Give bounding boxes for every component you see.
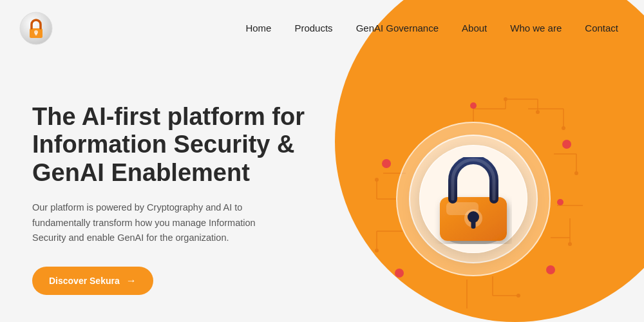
nav-item-home[interactable]: Home <box>245 23 271 34</box>
svg-point-28 <box>568 242 572 246</box>
cta-button[interactable]: Discover Sekura → <box>32 267 153 295</box>
svg-rect-3 <box>35 33 37 35</box>
nav-links: Home Products GenAI Governance About Who… <box>245 23 618 34</box>
svg-point-27 <box>574 171 578 175</box>
lock-svg <box>435 157 512 241</box>
svg-point-35 <box>382 159 391 168</box>
nav-link-products[interactable]: Products <box>294 23 332 33</box>
lock-illustration <box>364 90 583 308</box>
nav-link-contact[interactable]: Contact <box>585 23 618 33</box>
svg-point-31 <box>516 294 520 298</box>
nav-link-home[interactable]: Home <box>245 23 271 33</box>
svg-point-29 <box>375 178 379 182</box>
nav-item-whoweare[interactable]: Who we are <box>510 23 562 34</box>
nav-link-whoweare[interactable]: Who we are <box>510 23 562 33</box>
nav-item-contact[interactable]: Contact <box>585 23 618 34</box>
hero-visual <box>328 76 618 322</box>
svg-point-30 <box>375 249 379 252</box>
cta-label: Discover Sekura <box>49 276 120 286</box>
hero-headline: The AI-first platform for Information Se… <box>32 103 328 187</box>
svg-point-33 <box>546 265 555 274</box>
nav-item-products[interactable]: Products <box>294 23 332 34</box>
nav-item-genai[interactable]: GenAI Governance <box>356 23 439 34</box>
svg-point-26 <box>562 126 565 130</box>
svg-point-37 <box>470 102 477 109</box>
svg-point-36 <box>557 199 564 205</box>
svg-point-32 <box>562 140 571 149</box>
hero-text: The AI-first platform for Information Se… <box>32 103 328 296</box>
nav-link-genai[interactable]: GenAI Governance <box>356 23 439 33</box>
hero-subtext: Our platform is powered by Cryptography … <box>32 200 264 247</box>
cta-arrow-icon: → <box>126 275 137 287</box>
svg-point-34 <box>395 269 404 278</box>
hero-section: The AI-first platform for Information Se… <box>0 57 644 322</box>
svg-rect-43 <box>471 221 476 229</box>
logo[interactable] <box>19 12 53 45</box>
navbar: Home Products GenAI Governance About Who… <box>0 0 644 57</box>
svg-point-24 <box>504 97 507 101</box>
svg-point-25 <box>536 110 540 114</box>
nav-link-about[interactable]: About <box>462 23 487 33</box>
nav-item-about[interactable]: About <box>462 23 487 34</box>
